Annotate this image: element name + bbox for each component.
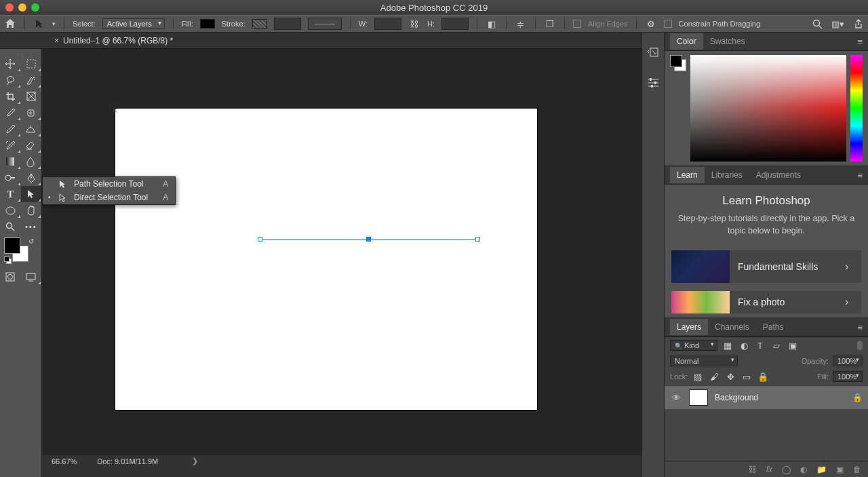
crop-tool[interactable]: [0, 88, 21, 104]
status-menu-chevron-icon[interactable]: ❯: [192, 457, 198, 465]
paths-tab[interactable]: Paths: [756, 319, 791, 335]
fill-opacity-input[interactable]: 100%: [833, 371, 863, 382]
layer-row-background[interactable]: 👁 Background 🔒: [665, 386, 868, 409]
tool-preset-picker[interactable]: [33, 18, 45, 30]
swatches-tab[interactable]: Swatches: [703, 33, 752, 50]
search-icon[interactable]: [811, 18, 823, 30]
libraries-tab[interactable]: Libraries: [705, 167, 749, 183]
layer-mask-icon[interactable]: ◯: [782, 465, 791, 474]
visibility-eye-icon[interactable]: 👁: [670, 392, 682, 404]
layer-name[interactable]: Background: [715, 393, 758, 402]
layer-lock-icon[interactable]: 🔒: [852, 393, 863, 402]
lesson-fundamental-skills[interactable]: Fundamental Skills ›: [671, 250, 861, 283]
panel-menu-icon[interactable]: ≡: [857, 170, 863, 180]
document-canvas[interactable]: ×: [115, 109, 537, 410]
default-colors-icon[interactable]: [4, 256, 12, 265]
channels-tab[interactable]: Channels: [708, 319, 756, 335]
filter-shape-icon[interactable]: ▱: [770, 339, 783, 351]
color-swatches[interactable]: ↺: [4, 237, 38, 265]
clone-stamp-tool[interactable]: [21, 121, 42, 137]
lock-transparency-icon[interactable]: ▨: [692, 370, 704, 383]
properties-panel-icon[interactable]: [647, 76, 659, 88]
panel-menu-icon[interactable]: ≡: [857, 37, 863, 47]
shape-tool[interactable]: [0, 202, 21, 218]
screen-mode[interactable]: [21, 269, 42, 285]
gradient-tool[interactable]: [0, 153, 21, 170]
layer-thumbnail[interactable]: [689, 389, 708, 406]
path-options-gear-icon[interactable]: ⚙: [645, 18, 657, 30]
lock-image-icon[interactable]: 🖌: [708, 370, 720, 383]
eyedropper-tool[interactable]: [0, 104, 21, 121]
flyout-item-direct-selection[interactable]: • Direct Selection Tool A: [43, 191, 175, 204]
opacity-input[interactable]: 100%: [833, 356, 863, 366]
window-maximize[interactable]: [31, 3, 39, 12]
delete-layer-icon[interactable]: 🗑: [853, 465, 861, 474]
color-tab[interactable]: Color: [670, 33, 703, 50]
document-tab[interactable]: × Untitled–1 @ 66.7% (RGB/8) *: [47, 33, 180, 48]
hand-tool[interactable]: [21, 202, 42, 218]
home-button[interactable]: [4, 18, 16, 30]
filter-pixel-icon[interactable]: ▦: [722, 339, 734, 351]
path-alignment-icon[interactable]: ≑: [515, 18, 527, 30]
tab-close-icon[interactable]: ×: [54, 36, 59, 45]
adjustment-layer-icon[interactable]: ◐: [800, 465, 807, 474]
swap-colors-icon[interactable]: ↺: [28, 237, 34, 245]
group-icon[interactable]: 📁: [816, 465, 827, 474]
filter-smart-icon[interactable]: ▣: [787, 339, 799, 351]
foreground-color-swatch[interactable]: [4, 237, 20, 254]
path-segment[interactable]: [260, 239, 477, 240]
window-close[interactable]: [5, 3, 14, 12]
anchor-point-selected[interactable]: [366, 237, 371, 242]
fill-swatch[interactable]: [200, 19, 215, 28]
pen-tool[interactable]: [21, 170, 42, 186]
link-wh-icon[interactable]: ⛓: [408, 18, 420, 30]
filter-toggle[interactable]: [857, 341, 863, 350]
anchor-point-end[interactable]: [475, 237, 480, 242]
dodge-tool[interactable]: [0, 170, 21, 186]
color-fg-swatch[interactable]: [670, 55, 682, 67]
anchor-point-start[interactable]: [258, 237, 262, 242]
lasso-tool[interactable]: [0, 72, 21, 88]
lesson-fix-a-photo[interactable]: Fix a photo ›: [671, 291, 861, 313]
adjustments-tab[interactable]: Adjustments: [749, 167, 808, 183]
window-minimize[interactable]: [18, 3, 26, 12]
brush-tool[interactable]: [0, 121, 21, 137]
path-selection-tool[interactable]: [21, 186, 42, 202]
new-layer-icon[interactable]: ▣: [836, 465, 844, 474]
history-brush-tool[interactable]: [0, 137, 21, 153]
layers-tab[interactable]: Layers: [670, 319, 708, 335]
share-icon[interactable]: [852, 18, 864, 30]
select-dropdown[interactable]: Active Layers: [102, 18, 165, 29]
layer-filter-type[interactable]: 🔍 Kind: [670, 340, 717, 351]
workspace-switcher-icon[interactable]: ▥▾: [831, 18, 844, 30]
zoom-level[interactable]: 66.67%: [52, 457, 77, 465]
filter-type-icon[interactable]: T: [754, 339, 766, 351]
path-operations-icon[interactable]: ◧: [486, 18, 498, 30]
edit-toolbar[interactable]: •••: [21, 218, 42, 235]
panel-menu-icon[interactable]: ≡: [857, 322, 863, 332]
constrain-checkbox[interactable]: [664, 20, 672, 28]
path-arrangement-icon[interactable]: ❐: [544, 18, 556, 30]
frame-tool[interactable]: [21, 88, 42, 104]
height-input[interactable]: [441, 18, 469, 30]
history-panel-icon[interactable]: [647, 46, 659, 58]
learn-tab[interactable]: Learn: [670, 167, 705, 183]
lock-artboard-icon[interactable]: ▭: [741, 370, 753, 383]
move-tool[interactable]: [0, 56, 21, 72]
healing-brush-tool[interactable]: [21, 104, 42, 121]
flyout-item-path-selection[interactable]: Path Selection Tool A: [43, 177, 175, 191]
blur-tool[interactable]: [21, 153, 42, 170]
zoom-tool[interactable]: [0, 218, 21, 235]
stroke-style-dropdown[interactable]: [308, 18, 342, 30]
canvas-area[interactable]: × 66.67% Doc: 9.01M/11.9M ❯: [42, 49, 642, 467]
blend-mode-dropdown[interactable]: Normal: [670, 356, 738, 366]
hue-slider[interactable]: [850, 55, 863, 161]
lock-position-icon[interactable]: ✥: [724, 370, 736, 383]
color-spectrum[interactable]: [690, 55, 846, 161]
width-input[interactable]: [374, 18, 401, 30]
eraser-tool[interactable]: [21, 137, 42, 153]
layer-style-icon[interactable]: fx: [766, 465, 772, 474]
align-edges-checkbox[interactable]: [573, 20, 581, 28]
stroke-width-input[interactable]: [274, 18, 301, 30]
quick-selection-tool[interactable]: [21, 72, 42, 88]
